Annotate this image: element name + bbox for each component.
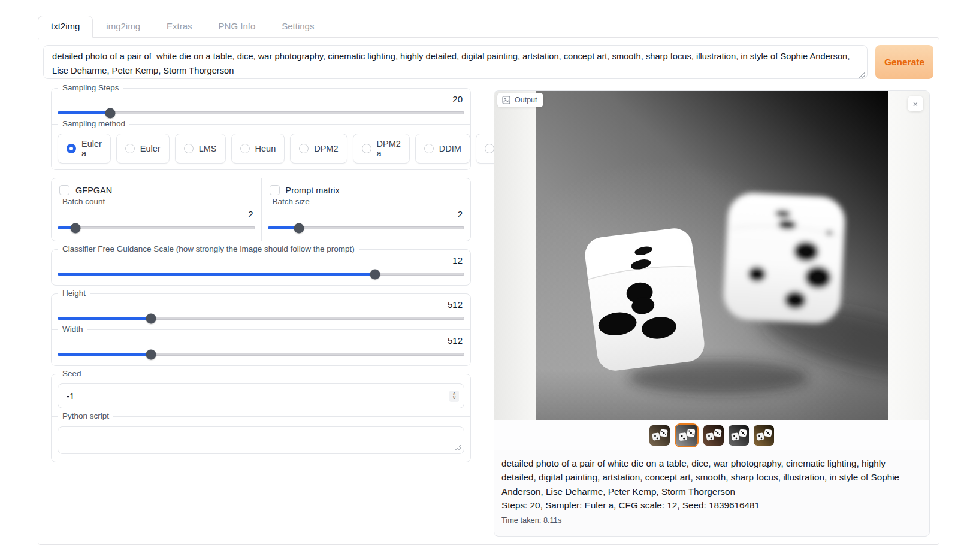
slider-thumb[interactable]	[146, 313, 156, 323]
preview-area	[494, 91, 929, 420]
radio-dpm2-a[interactable]: DPM2 a	[353, 134, 410, 164]
radio-ddim[interactable]: DDIM	[415, 134, 470, 164]
slider-thumb[interactable]	[370, 269, 380, 279]
radio-circle-icon	[184, 144, 194, 153]
slider-fill	[58, 353, 151, 356]
prompt-wrap: detailed photo of a pair of white die on…	[43, 45, 868, 81]
slider-track[interactable]	[58, 226, 255, 229]
sampling-method-options: Euler aEulerLMSHeunDPM2DPM2 aDDIMPLMS	[58, 134, 464, 164]
radio-label: Euler a	[81, 139, 102, 158]
prompt-row: detailed photo of a pair of white die on…	[43, 45, 939, 81]
sampling-steps-value: 20	[58, 94, 463, 105]
left-die	[583, 226, 706, 373]
radio-label: DPM2 a	[377, 139, 401, 158]
thumbnail-5[interactable]	[754, 425, 774, 446]
image-icon	[502, 96, 510, 104]
output-column: Output ×	[494, 88, 930, 537]
radio-circle-icon	[424, 144, 434, 153]
webui-app: txt2imgimg2imgExtrasPNG InfoSettings det…	[38, 16, 939, 545]
generated-image[interactable]	[536, 91, 888, 420]
batch-count-slider[interactable]	[58, 223, 255, 233]
batch-count-section: Batch count 2	[52, 202, 261, 241]
height-label: Height	[58, 289, 90, 298]
seed-field: ∧ ∨	[58, 383, 464, 408]
output-panel: Output ×	[494, 90, 930, 537]
gfpgan-label: GFPGAN	[75, 186, 112, 195]
cfg-section: Classifier Free Guidance Scale (how stro…	[52, 250, 470, 285]
resize-handle-icon[interactable]	[859, 72, 865, 78]
slider-thumb[interactable]	[70, 223, 80, 233]
tab-settings[interactable]: Settings	[268, 16, 327, 37]
height-value: 512	[58, 299, 463, 310]
radio-circle-icon	[240, 144, 250, 153]
seed-input[interactable]	[58, 391, 449, 401]
txt2img-panel: detailed photo of a pair of white die on…	[38, 37, 939, 545]
sampling-steps-slider[interactable]	[58, 108, 464, 118]
settings-column: Sampling Steps 20 Sampling method Euler …	[43, 88, 471, 470]
thumbnail-2[interactable]	[675, 423, 699, 447]
batch-count-value: 2	[58, 209, 253, 220]
prompt-input[interactable]: detailed photo of a pair of white die on…	[43, 45, 868, 79]
sampling-method-section: Sampling method Euler aEulerLMSHeunDPM2D…	[52, 124, 470, 169]
tab-txt2img[interactable]: txt2img	[38, 16, 93, 38]
batch-count-label: Batch count	[58, 197, 109, 206]
slider-thumb[interactable]	[146, 349, 156, 359]
thumbnail-4[interactable]	[729, 425, 749, 446]
tab-img2img[interactable]: img2img	[93, 16, 153, 37]
stepper-down-icon[interactable]: ∨	[452, 396, 456, 401]
radio-label: Euler	[140, 144, 161, 153]
radio-lms[interactable]: LMS	[175, 134, 226, 164]
tab-png-info[interactable]: PNG Info	[205, 16, 269, 37]
radio-label: DDIM	[439, 144, 461, 153]
seed-label: Seed	[58, 369, 86, 378]
radio-circle-icon	[299, 144, 309, 153]
radio-euler-a[interactable]: Euler a	[58, 134, 111, 164]
batch-group: GFPGAN Prompt matrix Batch count 2	[51, 178, 471, 241]
sampling-steps-label: Sampling Steps	[58, 83, 123, 92]
width-section: Width 512	[52, 329, 470, 365]
thumbnail-3[interactable]	[703, 425, 724, 446]
slider-fill	[58, 111, 110, 114]
prompt-matrix-checkbox[interactable]	[270, 185, 280, 195]
time-taken: Time taken: 8.11s	[501, 516, 922, 525]
output-tag: Output	[497, 93, 543, 107]
radio-heun[interactable]: Heun	[231, 134, 285, 164]
batch-size-slider[interactable]	[268, 223, 465, 233]
radio-circle-icon	[125, 144, 135, 153]
radio-euler[interactable]: Euler	[116, 134, 170, 164]
tab-bar: txt2imgimg2imgExtrasPNG InfoSettings	[38, 16, 939, 37]
radio-label: LMS	[199, 144, 217, 153]
python-script-label: Python script	[58, 411, 113, 420]
cfg-slider[interactable]	[58, 269, 464, 279]
tab-extras[interactable]: Extras	[153, 16, 205, 37]
seed-script-group: Seed ∧ ∨ Python script	[51, 374, 471, 462]
batch-size-value: 2	[268, 209, 463, 220]
sampling-group: Sampling Steps 20 Sampling method Euler …	[51, 88, 471, 170]
thumbnail-strip	[494, 420, 929, 450]
width-label: Width	[58, 325, 87, 334]
slider-track[interactable]	[58, 111, 464, 114]
resize-handle-icon[interactable]	[455, 444, 461, 450]
radio-label: DPM2	[314, 144, 338, 153]
cfg-label: Classifier Free Guidance Scale (how stro…	[58, 244, 359, 253]
height-slider[interactable]	[58, 313, 464, 323]
radio-circle-icon	[67, 144, 76, 153]
slider-thumb[interactable]	[105, 108, 116, 118]
radio-circle-icon	[485, 144, 494, 153]
slider-fill	[58, 317, 151, 320]
batch-size-section: Batch size 2	[261, 202, 471, 241]
close-button[interactable]: ×	[908, 96, 923, 111]
python-script-input[interactable]	[58, 426, 464, 454]
gfpgan-checkbox[interactable]	[59, 185, 69, 195]
thumbnail-1[interactable]	[649, 425, 670, 446]
seed-stepper[interactable]: ∧ ∨	[449, 391, 459, 402]
radio-dpm2[interactable]: DPM2	[290, 134, 347, 164]
dimensions-group: Height 512 Width 512	[51, 293, 471, 366]
width-slider[interactable]	[58, 349, 464, 359]
caption-block: detailed photo of a pair of white die on…	[494, 450, 929, 525]
slider-thumb[interactable]	[294, 223, 304, 233]
generate-button[interactable]: Generate	[875, 45, 933, 79]
batch-size-label: Batch size	[268, 197, 314, 206]
generation-params: Steps: 20, Sampler: Euler a, CFG scale: …	[501, 499, 922, 513]
sampling-method-label: Sampling method	[58, 119, 129, 128]
